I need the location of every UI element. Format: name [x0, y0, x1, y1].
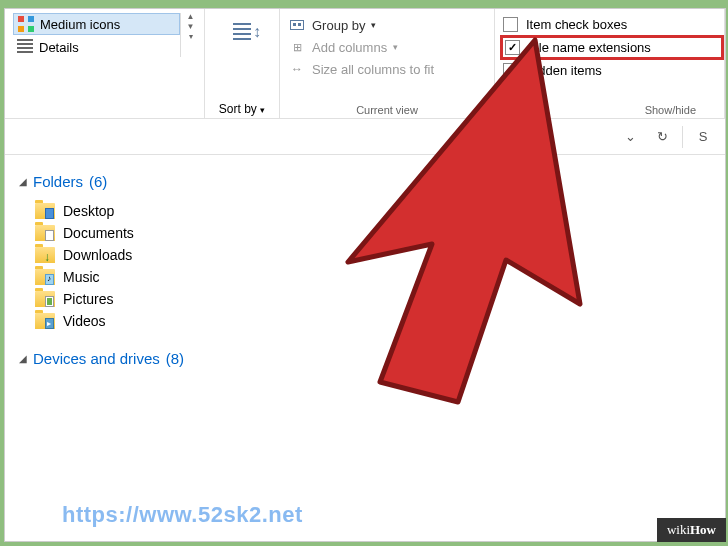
sort-group: ↕ Sort by ▾ [205, 9, 280, 118]
layout-label: Details [39, 40, 79, 55]
explorer-window: Medium icons Details ▲ ▼ ▾ ↕ [4, 8, 726, 542]
chevron-down-icon: ▾ [393, 42, 398, 52]
devices-section-header[interactable]: ◢ Devices and drives (8) [5, 344, 725, 373]
ribbon: Medium icons Details ▲ ▼ ▾ ↕ [5, 9, 725, 119]
chevron-down-icon: ▾ [260, 105, 265, 115]
search-button[interactable]: S [691, 125, 715, 149]
content-pane: ◢ Folders (6) Desktop Documents Download… [5, 155, 725, 373]
folder-videos[interactable]: Videos [35, 310, 725, 332]
folders-section-header[interactable]: ◢ Folders (6) [5, 167, 725, 196]
chevron-up-icon: ▲ [187, 13, 195, 21]
chevron-down-icon: ⌄ [625, 129, 636, 144]
divider [682, 126, 683, 148]
collapse-icon: ◢ [19, 176, 27, 187]
refresh-button[interactable]: ↻ [650, 125, 674, 149]
folder-icon [35, 203, 55, 219]
group-by-icon [288, 17, 306, 33]
add-columns-button: ⊞ Add columns ▾ [288, 39, 486, 55]
sort-icon: ↕ [233, 23, 251, 43]
address-bar: ⌄ ↻ S [5, 119, 725, 155]
collapse-icon: ◢ [19, 353, 27, 364]
layout-group: Medium icons Details ▲ ▼ ▾ [5, 9, 205, 118]
folder-icon [35, 269, 55, 285]
item-checkboxes-toggle[interactable]: Item check boxes [503, 17, 716, 32]
group-label: Current view [288, 100, 486, 116]
sort-label[interactable]: Sort by ▾ [219, 102, 265, 116]
checkbox-checked-icon: ✓ [503, 63, 518, 78]
folder-icon [35, 247, 55, 263]
folder-pictures[interactable]: Pictures [35, 288, 725, 310]
group-label: Show/hide [503, 100, 716, 116]
folder-icon [35, 313, 55, 329]
watermark-url: https://www.52sk2.net [62, 502, 303, 528]
checkbox-checked-icon: ✓ [505, 40, 520, 55]
size-all-icon: ↔ [288, 61, 306, 77]
sort-button[interactable]: ↕ [226, 17, 258, 49]
folder-documents[interactable]: Documents [35, 222, 725, 244]
layout-medium-icons[interactable]: Medium icons [13, 13, 180, 35]
folder-icon [35, 225, 55, 241]
refresh-icon: ↻ [657, 129, 668, 144]
folder-list: Desktop Documents Downloads Music Pictur… [5, 196, 725, 344]
chevron-down-icon: ▾ [371, 20, 376, 30]
layout-details[interactable]: Details [13, 37, 180, 57]
medium-icons-icon [18, 16, 34, 32]
folder-music[interactable]: Music [35, 266, 725, 288]
expand-icon: ▾ [189, 33, 193, 41]
wikihow-badge: wikiHow [657, 518, 726, 542]
layout-label: Medium icons [40, 17, 120, 32]
layout-scroll[interactable]: ▲ ▼ ▾ [180, 13, 196, 57]
chevron-down-icon: ▼ [187, 23, 195, 31]
current-view-group: Group by ▾ ⊞ Add columns ▾ ↔ Size all co… [280, 9, 495, 118]
size-all-columns-button: ↔ Size all columns to fit [288, 61, 486, 77]
show-hide-group: Item check boxes ✓ File name extensions … [495, 9, 725, 118]
add-columns-icon: ⊞ [288, 39, 306, 55]
folder-icon [35, 291, 55, 307]
details-icon [17, 39, 33, 55]
file-name-extensions-toggle[interactable]: ✓ File name extensions [500, 35, 724, 60]
group-by-button[interactable]: Group by ▾ [288, 17, 486, 33]
hidden-items-toggle[interactable]: ✓ Hidden items [503, 63, 716, 78]
history-dropdown[interactable]: ⌄ [618, 125, 642, 149]
checkbox-icon [503, 17, 518, 32]
folder-downloads[interactable]: Downloads [35, 244, 725, 266]
folder-desktop[interactable]: Desktop [35, 200, 725, 222]
